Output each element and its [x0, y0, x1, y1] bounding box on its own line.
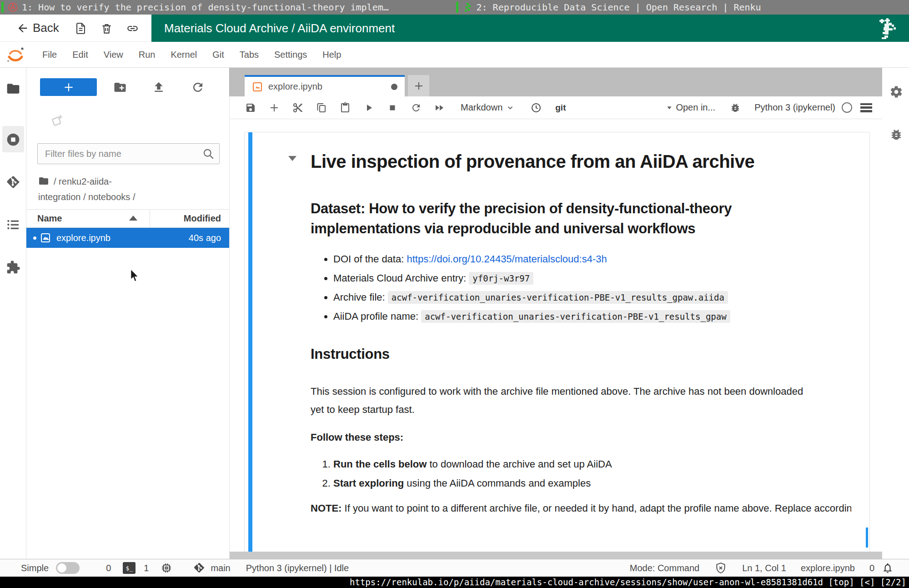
tag-plus-ghost-icon — [50, 113, 65, 128]
trash-icon[interactable] — [100, 22, 113, 35]
debugger-bug-icon[interactable] — [889, 128, 903, 141]
session-header: Back Materials Cloud Archive / AiiDA env… — [0, 15, 909, 42]
file-browser-tab-icon[interactable] — [6, 81, 20, 96]
list-item: DOI of the data: https://doi.org/10.2443… — [333, 252, 851, 266]
active-cell-indicator[interactable] — [248, 132, 252, 559]
kernel-status-icon[interactable] — [842, 102, 852, 113]
insert-cell-button[interactable] — [269, 102, 280, 113]
interrupt-kernel-button[interactable] — [387, 102, 398, 113]
breadcrumb-line2: integration / notebooks / — [38, 192, 135, 202]
kernel-status-text[interactable]: Python 3 (ipykernel) | Idle — [246, 563, 349, 573]
new-tab-button[interactable] — [408, 75, 429, 96]
renku-gecko-logo — [877, 18, 897, 40]
file-row-explore-ipynb[interactable]: explore.ipynb 40s ago — [26, 228, 229, 248]
cursor-position[interactable]: Ln 1, Col 1 — [742, 563, 786, 573]
cell-type-dropdown[interactable]: Markdown — [461, 102, 514, 113]
steps-intro: Follow these steps: — [311, 432, 851, 443]
column-name[interactable]: Name — [37, 213, 62, 224]
tab-label: explore.ipynb — [268, 81, 322, 92]
paste-cells-button[interactable] — [340, 102, 351, 113]
search-icon[interactable] — [202, 148, 215, 160]
bullet-label: Materials Cloud Archive entry: — [333, 272, 469, 284]
wm-tab-accent — [456, 2, 458, 13]
debugger-bug-icon[interactable] — [730, 102, 741, 113]
copy-cells-button[interactable] — [316, 102, 327, 113]
menu-settings[interactable]: Settings — [266, 50, 315, 60]
shield-x-icon[interactable] — [715, 562, 727, 574]
cut-cells-button[interactable] — [292, 102, 303, 113]
back-button[interactable]: Back — [16, 21, 59, 35]
horizontal-scrollbar[interactable] — [230, 552, 882, 559]
notebook-toolbar: Markdown git Open in... Python 3 (ipyker… — [229, 96, 882, 119]
unsaved-indicator-dot[interactable] — [391, 84, 397, 90]
new-folder-button[interactable] — [113, 80, 127, 94]
terminal-icon[interactable]: $_ — [123, 562, 136, 574]
git-tab-icon[interactable] — [6, 175, 20, 190]
wm-tab-bar: 1: How to verify the precision of densit… — [0, 0, 909, 15]
running-kernels-tab-icon[interactable] — [6, 132, 20, 147]
list-item: Run the cells below to download the arch… — [333, 457, 851, 472]
left-sidebar — [0, 68, 26, 559]
markdown-cell[interactable]: Live inspection of provenance from an Ai… — [244, 132, 870, 559]
open-in-dropdown[interactable]: Open in... — [666, 102, 715, 113]
restart-kernel-button[interactable] — [411, 102, 422, 113]
menu-kernel[interactable]: Kernel — [163, 50, 205, 60]
filter-files-box — [37, 143, 220, 164]
filter-files-input[interactable] — [38, 144, 219, 164]
bell-icon[interactable] — [882, 562, 894, 574]
new-launcher-button[interactable] — [40, 78, 97, 96]
dataset-heading: Dataset: How to verify the precision of … — [311, 199, 756, 239]
menu-run[interactable]: Run — [131, 50, 163, 60]
simple-mode-toggle[interactable] — [56, 562, 80, 574]
cpu-chip-icon[interactable] — [161, 562, 172, 574]
git-toolbar-label[interactable]: git — [555, 103, 566, 113]
mode-indicator[interactable]: Mode: Command — [630, 563, 699, 573]
column-divider — [150, 210, 150, 228]
document-icon[interactable] — [75, 22, 87, 35]
wm-tab-2[interactable]: 2: Reproducible Data Science | Open Rese… — [455, 0, 909, 15]
property-inspector-gear-icon[interactable] — [889, 85, 903, 99]
column-modified[interactable]: Modified — [184, 213, 221, 224]
refresh-button[interactable] — [191, 80, 205, 94]
file-list-header: Name Modified — [26, 209, 229, 228]
instructions-heading: Instructions — [311, 344, 756, 364]
menu-git[interactable]: Git — [205, 50, 232, 60]
table-of-contents-tab-icon[interactable] — [6, 217, 20, 232]
branch-name[interactable]: main — [211, 563, 230, 573]
extensions-tab-icon[interactable] — [6, 260, 20, 275]
archive-file-code: acwf-verification_unaries-verification-P… — [388, 291, 728, 304]
wm-tab-accent — [1, 2, 4, 13]
menu-edit[interactable]: Edit — [65, 50, 95, 60]
git-branch-icon[interactable] — [193, 562, 205, 574]
menu-file[interactable]: File — [35, 50, 65, 60]
history-clock-icon[interactable] — [531, 102, 542, 113]
save-button[interactable] — [245, 102, 256, 113]
breadcrumb[interactable]: / renku2-aiida- integration / notebooks … — [38, 174, 220, 205]
menu-help[interactable]: Help — [315, 50, 349, 60]
terminal-badge-label: $_ — [126, 565, 133, 572]
folder-icon[interactable] — [38, 176, 49, 186]
hamburger-menu-icon[interactable] — [860, 103, 872, 112]
run-cell-button[interactable] — [363, 102, 374, 113]
simple-mode-label: Simple — [21, 563, 49, 573]
bullet-label: Archive file: — [333, 291, 388, 303]
right-sidebar — [882, 68, 909, 559]
active-file-name[interactable]: explore.ipynb — [801, 563, 855, 573]
restart-run-all-button[interactable] — [434, 102, 445, 113]
notification-count: 0 — [869, 563, 874, 573]
file-browser-panel: / renku2-aiida- integration / notebooks … — [26, 68, 229, 559]
file-modified: 40s ago — [189, 233, 229, 243]
menu-view[interactable]: View — [96, 50, 131, 60]
kernel-name[interactable]: Python 3 (ipykernel) — [754, 102, 835, 113]
heading-collapser-icon[interactable] — [288, 156, 296, 161]
scrollbar-indicator[interactable] — [866, 528, 868, 548]
upload-button[interactable] — [152, 80, 166, 94]
menu-tabs[interactable]: Tabs — [232, 50, 266, 60]
notebook-title: Live inspection of provenance from an Ai… — [311, 150, 765, 173]
link-icon[interactable] — [126, 22, 139, 35]
tab-explore-ipynb[interactable]: explore.ipynb — [245, 75, 405, 96]
wm-tab-1[interactable]: 1: How to verify the precision of densit… — [0, 0, 455, 15]
sort-ascending-icon[interactable] — [129, 216, 137, 221]
doi-link[interactable]: https://doi.org/10.24435/materialscloud:… — [407, 253, 607, 265]
list-item: Start exploring using the AiiDA commands… — [333, 476, 851, 491]
